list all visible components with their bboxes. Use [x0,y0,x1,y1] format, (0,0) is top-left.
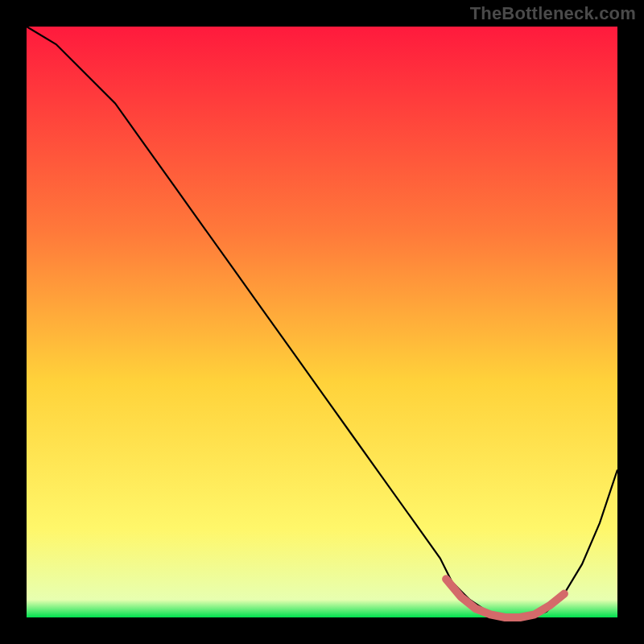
plot-area [27,27,617,617]
watermark-text: TheBottleneck.com [470,3,636,24]
bottleneck-chart [0,0,644,644]
chart-frame: TheBottleneck.com [0,0,644,644]
